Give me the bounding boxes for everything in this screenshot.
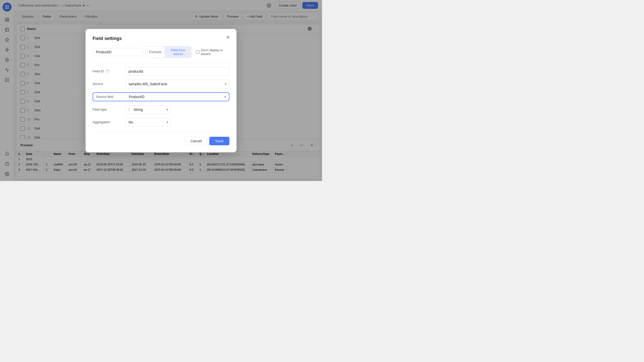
field-type-row: Field type ⊤ String ▾ [93,105,229,114]
source-field-label: Source field [96,95,129,99]
field-name-row: Formula Field from source Don't display … [93,46,229,58]
field-type-label: Field type [93,108,125,111]
field-id-row: Field ID ? [93,67,229,76]
field-id-info-icon: ? [105,69,109,73]
source-field-row: Source field ProductID ▾ [93,92,229,101]
source-field-select[interactable]: ProductID [129,95,224,99]
field-type-select[interactable]: String [125,105,171,114]
source-select[interactable]: samples.MS_SalesFacts [125,80,229,88]
formula-toggle-btn[interactable]: Formula [146,47,165,58]
source-field-arrow: ▾ [224,95,226,99]
modal-close-button[interactable]: ✕ [224,34,231,41]
source-label: Source [93,82,125,86]
aggregation-label: Aggregation [93,120,125,124]
field-id-label: Field ID ? [93,69,125,73]
dont-display-checkbox[interactable] [196,50,199,54]
modal-footer: Cancel Save [93,132,229,145]
field-settings-modal: Field settings ✕ Formula Field from sour… [86,29,236,152]
modal-overlay: Field settings ✕ Formula Field from sour… [0,0,322,181]
modal-title: Field settings [93,36,229,41]
field-id-input[interactable] [125,67,229,76]
modal-save-button[interactable]: Save [209,137,229,145]
aggregation-row: Aggregation No ▾ [93,118,229,126]
field-type-wrapper: ⊤ String ▾ [125,105,171,114]
aggregation-wrapper: No ▾ [125,118,171,126]
aggregation-select[interactable]: No [125,118,171,126]
cancel-button[interactable]: Cancel [185,137,207,145]
source-select-wrapper: samples.MS_SalesFacts ▾ [125,80,229,88]
dont-display-label: Don't display in wizard [196,48,229,56]
string-type-icon: ⊤ [128,108,130,111]
field-name-input[interactable] [93,48,143,56]
formula-toggle-group: Formula Field from source [145,46,191,58]
source-row: Source samples.MS_SalesFacts ▾ [93,80,229,88]
field-from-source-toggle-btn[interactable]: Field from source [165,47,191,58]
